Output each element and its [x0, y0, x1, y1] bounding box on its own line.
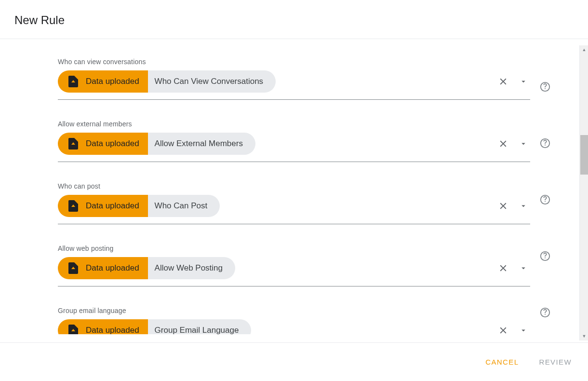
- data-uploaded-chip: Data uploaded: [58, 319, 148, 334]
- rule-item: Group email language Data uploaded Group…: [58, 286, 530, 334]
- rule-value-chip: Allow Web Posting: [148, 257, 235, 279]
- data-uploaded-chip: Data uploaded: [58, 70, 148, 93]
- vertical-scrollbar[interactable]: ▲ ▼: [579, 45, 588, 340]
- expand-button[interactable]: [517, 137, 530, 150]
- rule-label: Allow external members: [58, 120, 530, 128]
- content-wrapper: Who can view conversations Data uploaded…: [0, 39, 588, 334]
- scroll-thumb[interactable]: [580, 135, 588, 175]
- rule-row: Data uploaded Allow External Members: [58, 133, 530, 162]
- rule-item: Who can post Data uploaded Who Can Post: [58, 162, 530, 224]
- help-button[interactable]: [540, 251, 550, 263]
- rule-row: Data uploaded Who Can View Conversations: [58, 70, 530, 100]
- chevron-down-icon: [519, 77, 528, 86]
- rule-value-chip: Allow External Members: [148, 133, 255, 155]
- rule-item: Allow external members Data uploaded All…: [58, 100, 530, 162]
- scroll-down-button[interactable]: ▼: [580, 332, 588, 340]
- data-uploaded-chip: Data uploaded: [58, 133, 148, 155]
- chip-label: Data uploaded: [86, 263, 139, 273]
- rule-actions: [496, 199, 530, 213]
- clear-button[interactable]: [496, 75, 510, 88]
- chip-group[interactable]: Data uploaded Group Email Language: [58, 319, 251, 334]
- close-icon: [498, 138, 508, 149]
- rule-label: Who can view conversations: [58, 58, 530, 66]
- help-icon: [540, 138, 550, 149]
- chip-value: Allow Web Posting: [155, 263, 223, 273]
- rule-item: Allow web posting Data uploaded Allow We…: [58, 224, 530, 286]
- review-button[interactable]: REVIEW: [539, 358, 572, 366]
- chevron-down-icon: [519, 139, 528, 148]
- rule-actions: [496, 324, 530, 334]
- chip-label: Data uploaded: [86, 77, 139, 86]
- rule-label: Allow web posting: [58, 245, 530, 252]
- rules-list: Who can view conversations Data uploaded…: [0, 39, 540, 334]
- file-upload-icon: [68, 325, 78, 334]
- help-icon: [540, 82, 550, 92]
- file-upload-icon: [68, 262, 78, 274]
- rule-value-chip: Who Can View Conversations: [148, 70, 276, 93]
- chip-label: Data uploaded: [86, 139, 139, 149]
- clear-button[interactable]: [496, 137, 510, 150]
- help-icon: [540, 194, 550, 205]
- rule-actions: [496, 261, 530, 275]
- chevron-down-icon: [519, 264, 528, 272]
- rule-value-chip: Who Can Post: [148, 195, 220, 217]
- rule-value-chip: Group Email Language: [148, 319, 252, 334]
- chip-value: Who Can Post: [155, 201, 208, 211]
- chip-group[interactable]: Data uploaded Who Can Post: [58, 195, 220, 217]
- chip-group[interactable]: Data uploaded Who Can View Conversations: [58, 70, 276, 93]
- page-title: New Rule: [14, 14, 574, 27]
- clear-button[interactable]: [496, 199, 510, 213]
- rule-item: Who can view conversations Data uploaded…: [58, 39, 530, 100]
- cancel-button[interactable]: CANCEL: [485, 358, 519, 366]
- chip-group[interactable]: Data uploaded Allow Web Posting: [58, 257, 235, 279]
- close-icon: [498, 263, 508, 273]
- chip-value: Group Email Language: [155, 326, 239, 334]
- chevron-up-icon: ▲: [582, 47, 587, 52]
- file-upload-icon: [68, 138, 78, 150]
- help-button[interactable]: [540, 138, 550, 150]
- expand-button[interactable]: [517, 324, 530, 334]
- file-upload-icon: [68, 200, 78, 212]
- data-uploaded-chip: Data uploaded: [58, 257, 148, 279]
- chip-group[interactable]: Data uploaded Allow External Members: [58, 133, 255, 155]
- help-icon: [540, 307, 550, 318]
- close-icon: [498, 76, 508, 87]
- clear-button[interactable]: [496, 261, 510, 275]
- chevron-down-icon: ▼: [582, 334, 587, 339]
- chip-label: Data uploaded: [86, 326, 139, 334]
- rule-actions: [496, 75, 530, 88]
- chip-value: Allow External Members: [155, 139, 243, 149]
- file-upload-icon: [68, 76, 78, 87]
- help-button[interactable]: [540, 82, 550, 94]
- help-button[interactable]: [540, 194, 550, 207]
- expand-button[interactable]: [517, 75, 530, 88]
- scroll-up-button[interactable]: ▲: [580, 45, 588, 54]
- close-icon: [498, 201, 508, 211]
- expand-button[interactable]: [517, 199, 530, 213]
- chip-value: Who Can View Conversations: [155, 77, 264, 86]
- rule-row: Data uploaded Who Can Post: [58, 195, 530, 224]
- chevron-down-icon: [519, 202, 528, 210]
- rule-row: Data uploaded Group Email Language: [58, 319, 530, 334]
- expand-button[interactable]: [517, 261, 530, 275]
- chevron-down-icon: [519, 326, 528, 334]
- dialog-footer: CANCEL REVIEW: [0, 342, 588, 381]
- help-button[interactable]: [540, 307, 550, 320]
- help-icon: [540, 251, 550, 261]
- rule-row: Data uploaded Allow Web Posting: [58, 257, 530, 286]
- rule-actions: [496, 137, 530, 150]
- chip-label: Data uploaded: [86, 201, 139, 211]
- clear-button[interactable]: [496, 324, 510, 334]
- rule-label: Who can post: [58, 182, 530, 190]
- data-uploaded-chip: Data uploaded: [58, 195, 148, 217]
- rule-label: Group email language: [58, 307, 530, 314]
- close-icon: [498, 325, 508, 334]
- dialog-header: New Rule: [0, 0, 588, 39]
